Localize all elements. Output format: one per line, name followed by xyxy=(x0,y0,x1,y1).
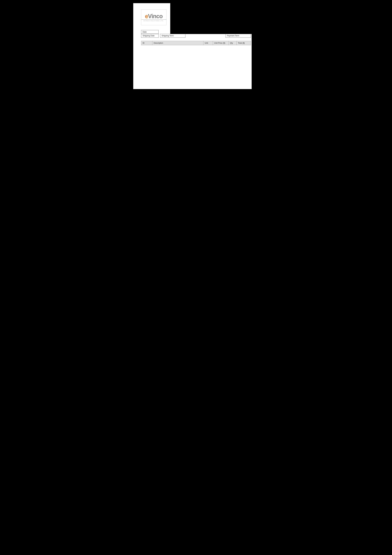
col-header-unit-price: Unit Price ($) xyxy=(213,41,229,45)
logo-text: eVinco xyxy=(145,14,163,19)
date-label: Date xyxy=(143,31,147,33)
invoice-page: eVinco EVINCO SOLUTIONS LTD. Date Shippi… xyxy=(133,3,259,181)
invoice-table: ID Description Unit Unit Price ($) Qty T… xyxy=(141,41,251,45)
payment-term-label: Payment Term xyxy=(227,35,239,37)
col-header-id: ID xyxy=(141,41,152,45)
shipping-date-label: Shipping Date xyxy=(143,35,154,37)
payment-term-field[interactable]: Payment Term xyxy=(226,34,251,38)
logo-subtitle: EVINCO SOLUTIONS LTD. xyxy=(144,20,164,21)
shipping-term-label: Shipping Term xyxy=(162,35,174,37)
col-header-description: Description xyxy=(152,41,203,45)
invoice-table-container: ID Description Unit Unit Price ($) Qty T… xyxy=(141,41,251,45)
top-black-decoration xyxy=(170,3,259,34)
table-header-row: ID Description Unit Unit Price ($) Qty T… xyxy=(141,41,251,45)
col-header-total: Total ($) xyxy=(237,41,251,45)
company-logo: eVinco EVINCO SOLUTIONS LTD. xyxy=(141,9,166,25)
date-field[interactable]: Date xyxy=(141,30,158,34)
logo-vinco: Vinco xyxy=(148,13,163,20)
bottom-black-decoration xyxy=(133,89,259,181)
col-header-qty: Qty xyxy=(229,41,237,45)
shipping-date-field[interactable]: Shipping Date xyxy=(141,34,158,38)
col-header-unit: Unit xyxy=(203,41,213,45)
shipping-term-field[interactable]: Shipping Term xyxy=(160,34,185,38)
logo-e: e xyxy=(145,13,148,20)
shipping-payment-row: Shipping Date Shipping Term Payment Term xyxy=(141,34,251,38)
